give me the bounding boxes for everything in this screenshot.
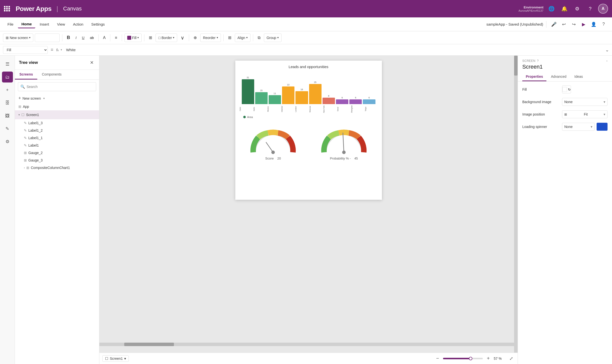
microphone-icon[interactable]: 🎤 xyxy=(549,20,558,29)
fill-refresh-icon: ↻ xyxy=(568,88,571,91)
sidebar-variables[interactable]: ✎ xyxy=(2,123,13,134)
tree-item-label1-3[interactable]: ✎ Label1_3 xyxy=(15,119,99,127)
tab-ideas[interactable]: Ideas xyxy=(571,73,586,81)
bold-button[interactable]: B xyxy=(65,34,72,42)
bell-icon[interactable]: 🔔 xyxy=(559,4,569,14)
fill-button[interactable]: Fill ▾ xyxy=(124,34,142,42)
reorder-button[interactable]: Reorder ▾ xyxy=(200,34,221,42)
border-button[interactable]: □ Border ▾ xyxy=(156,34,177,42)
tree-item-chart1[interactable]: › ⊞ CompositeColumnChart1 xyxy=(15,164,99,171)
font-selector[interactable] xyxy=(35,34,60,42)
zoom-thumb[interactable] xyxy=(469,357,472,360)
group-icon[interactable]: ⧉ xyxy=(256,34,262,42)
table-icon[interactable]: ⊞ xyxy=(147,34,154,42)
label1-3-label: Label1_3 xyxy=(28,121,96,125)
gauge1-svg xyxy=(248,127,298,155)
zoom-in-button[interactable]: + xyxy=(485,355,492,362)
formula-input[interactable] xyxy=(64,46,603,54)
expand-icon: ▾ xyxy=(18,113,20,117)
underline-button[interactable]: U xyxy=(80,34,86,42)
toolbar-sep8 xyxy=(253,34,253,41)
search-input[interactable] xyxy=(18,82,96,91)
environment-icon[interactable]: 🌐 xyxy=(546,4,556,14)
tree-item-gauge2[interactable]: ⊞ Gauge_2 xyxy=(15,149,99,157)
align-icon[interactable]: ⊞ xyxy=(226,34,233,42)
tab-screens[interactable]: Screens xyxy=(15,70,37,80)
canvas-scroll[interactable]: Leads and opportunities 31 15 11 xyxy=(99,56,518,353)
down-chevron-button[interactable]: ∨ xyxy=(179,34,186,42)
new-screen-button[interactable]: + New screen ▾ xyxy=(15,94,99,103)
play-icon[interactable]: ▶ xyxy=(579,20,588,29)
label1-label: Label1 xyxy=(28,143,96,147)
tree-item-label1[interactable]: ✎ Label1 xyxy=(15,142,99,149)
canvas-frame[interactable]: Leads and opportunities 31 15 11 xyxy=(235,61,382,200)
tree-item-label1-2[interactable]: ✎ Label1_2 xyxy=(15,127,99,134)
image-position-select[interactable]: ⊞ Fit ▾ xyxy=(562,110,608,118)
zoom-track xyxy=(443,358,471,359)
group-button[interactable]: Group ▾ xyxy=(264,34,282,42)
panel-expand-icon[interactable]: › xyxy=(607,59,608,63)
screen-selector[interactable]: ☐ Screen1 ▾ xyxy=(102,355,129,362)
vertical-scrollbar[interactable] xyxy=(514,56,518,353)
spinner-color-swatch[interactable] xyxy=(597,123,608,131)
tab-properties[interactable]: Properties xyxy=(522,73,546,81)
bar-newyork: 8 xyxy=(323,95,335,104)
italic-button[interactable]: I xyxy=(74,34,79,42)
help-menu-icon[interactable]: ? xyxy=(599,20,608,29)
sidebar-treeview[interactable]: 🗂 xyxy=(2,72,13,82)
waffle-icon[interactable] xyxy=(4,6,10,11)
tree-item-screen1[interactable]: ▾ ☐ Screen1 ⋯ xyxy=(15,110,99,119)
zoom-slider[interactable] xyxy=(443,358,483,359)
undo-icon[interactable]: ↩ xyxy=(559,20,568,29)
screen-icon: ☐ xyxy=(21,113,25,117)
horizontal-scrollbar[interactable] xyxy=(99,343,514,346)
loading-spinner-select[interactable]: None ▾ xyxy=(562,123,595,131)
env-label: Environment xyxy=(519,5,543,9)
menu-home[interactable]: Home xyxy=(18,20,35,28)
person-icon[interactable]: 👤 xyxy=(589,20,598,29)
zoom-out-button[interactable]: − xyxy=(434,355,441,362)
reorder-icon[interactable]: ⊕ xyxy=(192,34,199,42)
font-color-button[interactable]: A xyxy=(101,34,108,42)
align-text-button[interactable]: ≡ xyxy=(113,34,119,42)
tab-advanced[interactable]: Advanced xyxy=(547,73,570,81)
property-selector[interactable]: Fill xyxy=(3,46,48,54)
settings-icon[interactable]: ⚙ xyxy=(572,4,582,14)
menu-insert[interactable]: Insert xyxy=(36,21,53,28)
menu-settings[interactable]: Settings xyxy=(88,21,108,28)
menu-action[interactable]: Action xyxy=(70,21,87,28)
avatar[interactable]: A xyxy=(598,4,608,14)
strikethrough-button[interactable]: ab xyxy=(88,34,96,42)
menu-file[interactable]: File xyxy=(4,21,17,28)
align-button[interactable]: Align ▾ xyxy=(235,34,250,42)
sidebar-media[interactable]: 🖼 xyxy=(2,110,13,121)
help-icon[interactable]: ? xyxy=(585,4,595,14)
legend-label: Area xyxy=(247,116,253,119)
bar-shanghai: 6 xyxy=(349,96,362,104)
fill-property: Fill ↻ xyxy=(522,85,608,93)
sidebar-add[interactable]: + xyxy=(2,84,13,95)
tree-item-gauge3[interactable]: ⊞ Gauge_3 xyxy=(15,157,99,164)
vertical-scrollbar-thumb[interactable] xyxy=(514,56,518,76)
menu-view[interactable]: View xyxy=(53,21,68,28)
fill-chevron: ▾ xyxy=(137,36,139,39)
sidebar-toggle[interactable]: ☰ xyxy=(2,59,13,70)
redo-icon[interactable]: ↪ xyxy=(569,20,578,29)
tree-item-label1-1[interactable]: ✎ Label1_1 xyxy=(15,134,99,142)
tree-close-button[interactable]: ✕ xyxy=(88,59,95,66)
expand-formula-icon[interactable]: ⌄ xyxy=(605,47,609,53)
horizontal-scrollbar-thumb[interactable] xyxy=(124,343,174,346)
tab-components[interactable]: Components xyxy=(37,70,66,80)
fullscreen-button[interactable]: ⤢ xyxy=(508,355,515,362)
tree-item-app[interactable]: ⊞ App xyxy=(15,103,99,110)
tree-panel: Tree view ✕ Screens Components 🔍 + New s… xyxy=(15,56,99,364)
sidebar-components[interactable]: ⚙ xyxy=(2,136,13,147)
background-image-select[interactable]: None ▾ xyxy=(562,98,608,106)
fill-color-button[interactable]: ↻ xyxy=(562,85,571,93)
sidebar-data[interactable]: 🗄 xyxy=(2,97,13,108)
section-help-icon[interactable]: ? xyxy=(537,59,539,63)
gauge-icon: ⊞ xyxy=(24,158,27,162)
gauge2-svg xyxy=(319,127,369,155)
bar-istanbul: 22 xyxy=(282,83,294,104)
new-screen-button[interactable]: ⊞ New screen ▾ xyxy=(3,34,33,42)
